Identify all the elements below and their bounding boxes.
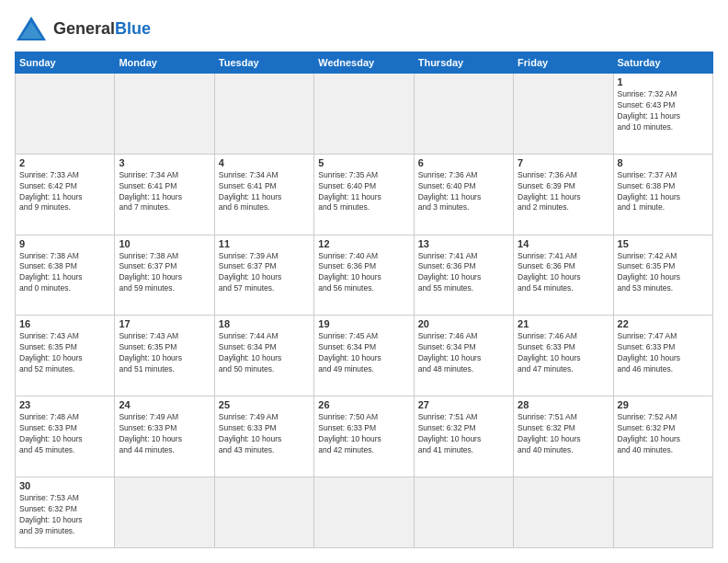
day-number: 19 [318, 318, 409, 329]
day-info: Sunrise: 7:42 AM Sunset: 6:35 PM Dayligh… [618, 251, 709, 295]
day-number: 10 [119, 238, 210, 249]
calendar-cell: 12Sunrise: 7:40 AM Sunset: 6:36 PM Dayli… [314, 235, 414, 316]
calendar-cell: 24Sunrise: 7:49 AM Sunset: 6:33 PM Dayli… [115, 396, 214, 477]
day-number: 5 [318, 157, 409, 168]
week-row-3: 9Sunrise: 7:38 AM Sunset: 6:38 PM Daylig… [16, 235, 713, 316]
day-info: Sunrise: 7:37 AM Sunset: 6:38 PM Dayligh… [618, 170, 709, 214]
calendar-cell [414, 74, 513, 155]
calendar-cell: 14Sunrise: 7:41 AM Sunset: 6:36 PM Dayli… [514, 235, 613, 316]
calendar-cell: 27Sunrise: 7:51 AM Sunset: 6:32 PM Dayli… [414, 396, 513, 477]
week-row-5: 23Sunrise: 7:48 AM Sunset: 6:33 PM Dayli… [16, 396, 713, 477]
day-number: 24 [119, 399, 210, 410]
calendar-cell: 25Sunrise: 7:49 AM Sunset: 6:33 PM Dayli… [214, 396, 313, 477]
calendar-cell: 29Sunrise: 7:52 AM Sunset: 6:32 PM Dayli… [613, 396, 712, 477]
calendar-cell: 3Sunrise: 7:34 AM Sunset: 6:41 PM Daylig… [115, 154, 214, 235]
calendar-cell: 19Sunrise: 7:45 AM Sunset: 6:34 PM Dayli… [314, 316, 414, 396]
calendar-cell: 11Sunrise: 7:39 AM Sunset: 6:37 PM Dayli… [214, 235, 313, 316]
calendar-cell: 5Sunrise: 7:35 AM Sunset: 6:40 PM Daylig… [314, 154, 414, 235]
day-info: Sunrise: 7:51 AM Sunset: 6:32 PM Dayligh… [518, 412, 609, 456]
calendar-cell: 4Sunrise: 7:34 AM Sunset: 6:41 PM Daylig… [214, 154, 313, 235]
day-info: Sunrise: 7:36 AM Sunset: 6:40 PM Dayligh… [418, 170, 509, 214]
day-number: 28 [518, 399, 609, 410]
week-row-2: 2Sunrise: 7:33 AM Sunset: 6:42 PM Daylig… [16, 154, 713, 235]
calendar-cell [314, 477, 414, 547]
calendar-cell: 21Sunrise: 7:46 AM Sunset: 6:33 PM Dayli… [514, 316, 613, 396]
day-info: Sunrise: 7:49 AM Sunset: 6:33 PM Dayligh… [119, 412, 210, 456]
day-number: 23 [19, 399, 110, 410]
day-number: 29 [618, 399, 709, 410]
calendar-cell [514, 74, 613, 155]
day-number: 20 [418, 318, 509, 329]
day-info: Sunrise: 7:43 AM Sunset: 6:35 PM Dayligh… [19, 331, 110, 375]
calendar-cell [115, 477, 214, 547]
weekday-sunday: Sunday [16, 52, 115, 74]
day-number: 21 [518, 318, 609, 329]
calendar-cell: 16Sunrise: 7:43 AM Sunset: 6:35 PM Dayli… [16, 316, 115, 396]
weekday-wednesday: Wednesday [314, 52, 414, 74]
calendar-cell [214, 477, 313, 547]
day-number: 16 [19, 318, 110, 329]
day-number: 12 [318, 238, 409, 249]
day-info: Sunrise: 7:41 AM Sunset: 6:36 PM Dayligh… [518, 251, 609, 295]
day-info: Sunrise: 7:52 AM Sunset: 6:32 PM Dayligh… [618, 412, 709, 456]
calendar-cell [514, 477, 613, 547]
day-info: Sunrise: 7:33 AM Sunset: 6:42 PM Dayligh… [19, 170, 110, 214]
day-number: 18 [219, 318, 310, 329]
calendar-cell: 20Sunrise: 7:46 AM Sunset: 6:34 PM Dayli… [414, 316, 513, 396]
logo-text: GeneralBlue [53, 19, 151, 39]
day-number: 4 [219, 157, 310, 168]
day-info: Sunrise: 7:38 AM Sunset: 6:37 PM Dayligh… [119, 251, 210, 295]
calendar-cell: 1Sunrise: 7:32 AM Sunset: 6:43 PM Daylig… [613, 74, 712, 155]
calendar-cell: 2Sunrise: 7:33 AM Sunset: 6:42 PM Daylig… [16, 154, 115, 235]
day-number: 27 [418, 399, 509, 410]
day-number: 22 [618, 318, 709, 329]
day-info: Sunrise: 7:39 AM Sunset: 6:37 PM Dayligh… [219, 251, 310, 295]
weekday-tuesday: Tuesday [214, 52, 313, 74]
calendar-cell: 18Sunrise: 7:44 AM Sunset: 6:34 PM Dayli… [214, 316, 313, 396]
calendar-cell: 8Sunrise: 7:37 AM Sunset: 6:38 PM Daylig… [613, 154, 712, 235]
calendar-cell [115, 74, 214, 155]
day-number: 7 [518, 157, 609, 168]
day-number: 25 [219, 399, 310, 410]
day-info: Sunrise: 7:46 AM Sunset: 6:34 PM Dayligh… [418, 331, 509, 375]
day-number: 6 [418, 157, 509, 168]
week-row-6: 30Sunrise: 7:53 AM Sunset: 6:32 PM Dayli… [16, 477, 713, 547]
calendar-cell [613, 477, 712, 547]
day-info: Sunrise: 7:45 AM Sunset: 6:34 PM Dayligh… [318, 331, 409, 375]
header: GeneralBlue [15, 15, 713, 42]
calendar-cell [314, 74, 414, 155]
logo-icon [15, 15, 48, 42]
day-info: Sunrise: 7:49 AM Sunset: 6:33 PM Dayligh… [219, 412, 310, 456]
week-row-1: 1Sunrise: 7:32 AM Sunset: 6:43 PM Daylig… [16, 74, 713, 155]
calendar-cell: 9Sunrise: 7:38 AM Sunset: 6:38 PM Daylig… [16, 235, 115, 316]
logo: GeneralBlue [15, 15, 151, 42]
day-number: 9 [19, 238, 110, 249]
day-info: Sunrise: 7:38 AM Sunset: 6:38 PM Dayligh… [19, 251, 110, 295]
calendar-cell: 26Sunrise: 7:50 AM Sunset: 6:33 PM Dayli… [314, 396, 414, 477]
calendar-cell: 23Sunrise: 7:48 AM Sunset: 6:33 PM Dayli… [16, 396, 115, 477]
calendar-cell [414, 477, 513, 547]
day-number: 26 [318, 399, 409, 410]
calendar-cell: 7Sunrise: 7:36 AM Sunset: 6:39 PM Daylig… [514, 154, 613, 235]
day-info: Sunrise: 7:46 AM Sunset: 6:33 PM Dayligh… [518, 331, 609, 375]
day-info: Sunrise: 7:36 AM Sunset: 6:39 PM Dayligh… [518, 170, 609, 214]
calendar-cell: 22Sunrise: 7:47 AM Sunset: 6:33 PM Dayli… [613, 316, 712, 396]
calendar-cell [16, 74, 115, 155]
weekday-thursday: Thursday [414, 52, 513, 74]
day-number: 14 [518, 238, 609, 249]
day-info: Sunrise: 7:41 AM Sunset: 6:36 PM Dayligh… [418, 251, 509, 295]
week-row-4: 16Sunrise: 7:43 AM Sunset: 6:35 PM Dayli… [16, 316, 713, 396]
day-info: Sunrise: 7:43 AM Sunset: 6:35 PM Dayligh… [119, 331, 210, 375]
day-number: 2 [19, 157, 110, 168]
calendar-cell [214, 74, 313, 155]
weekday-monday: Monday [115, 52, 214, 74]
calendar-cell: 10Sunrise: 7:38 AM Sunset: 6:37 PM Dayli… [115, 235, 214, 316]
calendar-cell: 28Sunrise: 7:51 AM Sunset: 6:32 PM Dayli… [514, 396, 613, 477]
day-info: Sunrise: 7:44 AM Sunset: 6:34 PM Dayligh… [219, 331, 310, 375]
day-info: Sunrise: 7:32 AM Sunset: 6:43 PM Dayligh… [618, 89, 709, 133]
day-info: Sunrise: 7:53 AM Sunset: 6:32 PM Dayligh… [19, 493, 110, 537]
day-info: Sunrise: 7:40 AM Sunset: 6:36 PM Dayligh… [318, 251, 409, 295]
day-number: 3 [119, 157, 210, 168]
day-info: Sunrise: 7:34 AM Sunset: 6:41 PM Dayligh… [119, 170, 210, 214]
day-info: Sunrise: 7:50 AM Sunset: 6:33 PM Dayligh… [318, 412, 409, 456]
